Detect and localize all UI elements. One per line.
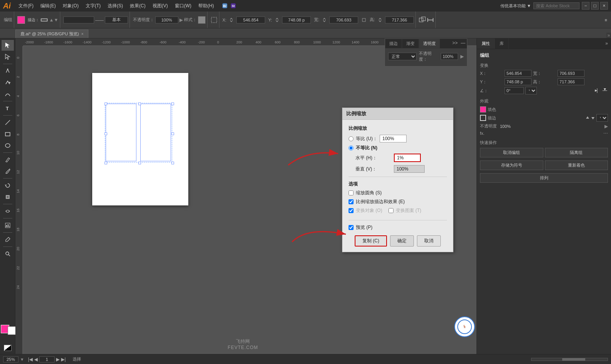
handle-ml[interactable] (105, 132, 107, 135)
ungroup-btn[interactable]: 取消编组 (480, 148, 543, 157)
panel-expand-btn[interactable]: » (602, 38, 611, 49)
copy-button[interactable]: 复制 (C) (355, 235, 387, 247)
last-page-btn[interactable]: ▶| (61, 357, 66, 362)
stroke-down-btn[interactable] (591, 116, 595, 120)
next-page-btn[interactable]: ▶ (56, 357, 60, 362)
vertical-input[interactable] (394, 165, 425, 173)
select-tool[interactable] (2, 40, 14, 51)
zoom-dropdown[interactable]: ▼ (20, 357, 24, 362)
w-input[interactable] (329, 17, 358, 23)
shape-group[interactable] (106, 104, 173, 163)
minimize-btn[interactable]: − (582, 2, 589, 10)
fx-menu-btn[interactable]: ⋯ (603, 131, 608, 136)
ok-button[interactable]: 确定 (390, 235, 414, 247)
brush-tool[interactable] (2, 166, 14, 177)
save-symbol-btn[interactable]: 存储为符号 (480, 160, 543, 170)
preview-checkbox[interactable] (349, 225, 354, 230)
scroll-bar[interactable] (531, 358, 608, 361)
zoom-tool[interactable] (2, 248, 14, 259)
horizontal-input[interactable] (394, 154, 421, 162)
menu-select[interactable]: 选择(S) (105, 2, 126, 10)
close-btn[interactable]: × (600, 2, 608, 10)
search-input[interactable] (533, 2, 579, 9)
document-tab[interactable]: 鹿.ai* @ 25% (RGB/GPU 预览) × (15, 30, 88, 38)
fill-swatch[interactable] (17, 16, 25, 24)
h-input[interactable] (385, 17, 414, 23)
scale-strokes-checkbox[interactable] (349, 199, 354, 204)
curvature-tool[interactable] (2, 89, 14, 99)
default-colors-btn[interactable] (4, 345, 12, 351)
opacity-expand-icon[interactable]: ▶ (604, 124, 608, 129)
angle-prop-input[interactable] (505, 87, 524, 94)
handle-bl[interactable] (105, 162, 107, 164)
prev-page-btn[interactable]: ◀ (34, 357, 38, 362)
handle-tl[interactable] (105, 103, 107, 105)
non-uniform-radio[interactable] (349, 146, 354, 151)
stroke-input[interactable] (63, 17, 94, 23)
graph-tool[interactable] (2, 220, 14, 231)
handle-tm[interactable] (138, 103, 141, 105)
y-prop-input[interactable] (505, 78, 531, 85)
stroke-options-select[interactable]: ▼ (596, 114, 608, 122)
direct-select-tool[interactable] (2, 51, 14, 62)
add-anchor-tool[interactable] (2, 77, 14, 88)
arrange-btn[interactable]: 排列 (480, 173, 608, 183)
link-proportions-icon[interactable] (361, 17, 367, 23)
tab-close-btn[interactable]: × (81, 32, 83, 36)
distribute-icon[interactable] (427, 17, 434, 23)
opacity-input[interactable] (155, 17, 178, 23)
stroke-color-swatch[interactable] (8, 326, 16, 335)
line-tool[interactable] (2, 117, 14, 128)
angle-select[interactable]: ▼ (525, 87, 537, 94)
menu-effect[interactable]: 效果(C) (127, 2, 149, 10)
style-swatch[interactable] (198, 16, 206, 24)
handle-mr[interactable] (171, 132, 174, 135)
stroke-up-btn[interactable] (586, 116, 589, 120)
scale-corners-checkbox[interactable] (349, 190, 354, 195)
ellipse-tool[interactable] (2, 140, 14, 151)
uniform-value-input[interactable] (380, 135, 407, 142)
rotate-tool[interactable] (2, 180, 14, 191)
library-tab[interactable]: 库 (495, 38, 509, 49)
w-prop-input[interactable] (558, 70, 584, 77)
uniform-radio[interactable] (349, 136, 354, 141)
transform-pattern-checkbox[interactable] (389, 208, 393, 213)
rect-tool[interactable] (2, 129, 14, 139)
properties-tab[interactable]: 属性 (477, 38, 495, 49)
scale-tool[interactable] (2, 192, 14, 202)
stroke-color-btn[interactable] (480, 115, 486, 121)
opacity-panel-input[interactable] (441, 53, 458, 60)
blend-mode-select[interactable]: 正常 (388, 53, 417, 60)
cancel-button[interactable]: 取消 (417, 235, 441, 247)
maximize-btn[interactable]: □ (591, 2, 599, 10)
x-input[interactable] (236, 17, 265, 23)
zoom-input[interactable] (3, 356, 18, 362)
stroke-style-select[interactable] (105, 17, 128, 23)
fill-color-btn[interactable] (480, 106, 486, 113)
menu-object[interactable]: 对象(O) (60, 2, 81, 10)
x-prop-input[interactable] (505, 70, 531, 77)
panel-collapse-btn[interactable]: » (606, 33, 611, 38)
handle-tr[interactable] (171, 103, 174, 105)
y-input[interactable] (282, 17, 311, 23)
scale-dialog[interactable]: 比例缩放 比例缩放 等比 (U)： 不等比 (N) 水平 (H)： (342, 108, 453, 252)
menu-window[interactable]: 窗口(W) (172, 2, 194, 10)
transform-obj-checkbox[interactable] (349, 208, 354, 213)
recolor-btn[interactable]: 重新着色 (545, 160, 608, 170)
menu-view[interactable]: 视图(V) (149, 2, 171, 10)
flip-v-icon[interactable] (602, 88, 608, 94)
tab-stroke[interactable]: 描边 (385, 39, 402, 48)
panel-menu-btn[interactable]: >> (451, 39, 459, 48)
more-btn[interactable]: ≡ (603, 17, 609, 23)
first-page-btn[interactable]: |◀ (28, 357, 33, 362)
flip-h-icon[interactable] (594, 88, 600, 94)
type-tool[interactable]: T (2, 103, 14, 114)
isolate-btn[interactable]: 隔离组 (545, 148, 608, 157)
pen-tool[interactable] (2, 66, 14, 76)
page-input[interactable] (39, 356, 55, 362)
menu-edit[interactable]: 编辑(E) (37, 2, 59, 10)
arrange-icon[interactable] (419, 17, 426, 23)
warp-tool[interactable] (2, 206, 14, 217)
panel-close-btn[interactable]: — (459, 39, 467, 48)
handle-br[interactable] (171, 162, 174, 164)
